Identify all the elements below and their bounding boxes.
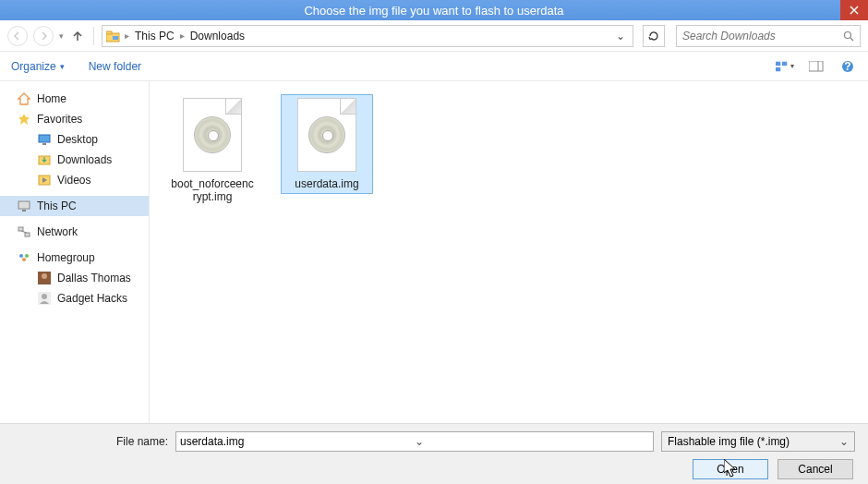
cancel-button[interactable]: Cancel	[778, 459, 853, 479]
svg-rect-24	[18, 227, 23, 231]
sidebar-item-label: Gadget Hacks	[57, 292, 127, 305]
svg-marker-16	[18, 114, 30, 125]
filter-label: Flashable img file (*.img)	[668, 435, 790, 448]
sidebar-item-favorites[interactable]: Favorites	[0, 109, 149, 129]
filename-value: userdata.img	[180, 435, 415, 448]
organize-button[interactable]: Organize ▾	[11, 60, 65, 73]
address-bar[interactable]: ▸ This PC ▸ Downloads ⌄	[102, 25, 633, 47]
home-icon	[17, 91, 31, 106]
main-area: Home Favorites Desktop Downloads Videos	[0, 81, 868, 423]
sidebar-item-label: This PC	[37, 200, 77, 212]
organize-label: Organize	[11, 60, 56, 73]
svg-rect-4	[106, 31, 112, 34]
new-folder-label: New folder	[89, 60, 141, 73]
sidebar-item-user1[interactable]: Dallas Thomas	[0, 268, 149, 288]
cancel-label: Cancel	[798, 463, 832, 476]
avatar-icon	[37, 291, 52, 306]
filetype-filter[interactable]: Flashable img file (*.img) ⌄	[661, 431, 855, 452]
svg-line-26	[21, 231, 27, 233]
breadcrumb-downloads[interactable]: Downloads	[188, 30, 247, 42]
videos-icon	[37, 173, 52, 188]
separator	[93, 27, 94, 45]
close-button[interactable]	[840, 0, 868, 20]
file-list[interactable]: boot_noforceencrypt.img userdata.img	[150, 81, 868, 423]
star-icon	[17, 112, 31, 127]
toolbar: Organize ▾ New folder ▾ ?	[0, 52, 868, 81]
svg-line-7	[850, 38, 853, 41]
sidebar-item-label: Dallas Thomas	[57, 272, 131, 284]
search-icon[interactable]	[843, 30, 854, 42]
sidebar-item-homegroup[interactable]: Homegroup	[0, 248, 149, 268]
homegroup-icon	[17, 250, 31, 265]
new-folder-button[interactable]: New folder	[89, 60, 141, 73]
sidebar-item-desktop[interactable]: Desktop	[0, 129, 149, 150]
svg-rect-5	[113, 36, 118, 40]
view-button[interactable]: ▾	[776, 57, 794, 76]
svg-rect-9	[782, 61, 787, 65]
open-button[interactable]: Open	[693, 459, 768, 479]
svg-rect-25	[25, 233, 30, 236]
up-button[interactable]	[69, 28, 86, 44]
sidebar-item-downloads[interactable]: Downloads	[0, 150, 149, 170]
search-box[interactable]	[676, 25, 861, 47]
forward-button[interactable]	[33, 26, 54, 46]
svg-rect-18	[42, 143, 46, 145]
avatar-icon	[37, 271, 52, 285]
search-input[interactable]	[682, 30, 843, 42]
help-button[interactable]: ?	[838, 57, 857, 76]
filename-label: File name:	[13, 435, 168, 448]
chevron-down-icon[interactable]: ⌄	[415, 435, 649, 448]
file-name: userdata.img	[284, 177, 369, 190]
address-dropdown-icon[interactable]: ⌄	[612, 30, 629, 42]
downloads-icon	[37, 152, 52, 167]
bottom-bar: File name: userdata.img ⌄ Flashable img …	[0, 423, 868, 484]
file-item[interactable]: boot_noforceencrypt.img	[166, 94, 259, 208]
sidebar-item-user2[interactable]: Gadget Hacks	[0, 288, 149, 309]
filename-input[interactable]: userdata.img ⌄	[175, 431, 654, 452]
svg-text:?: ?	[844, 60, 850, 73]
svg-rect-11	[809, 61, 823, 71]
sidebar-item-network[interactable]: Network	[0, 222, 149, 242]
sidebar-item-thispc[interactable]: This PC	[0, 196, 149, 216]
sidebar-item-label: Home	[37, 92, 66, 105]
title-bar: Choose the img file you want to flash to…	[0, 0, 868, 20]
sidebar-item-videos[interactable]: Videos	[0, 170, 149, 190]
disc-file-icon	[183, 98, 242, 172]
file-item-selected[interactable]: userdata.img	[281, 94, 373, 194]
svg-marker-15	[18, 93, 30, 104]
open-label: Open	[717, 463, 743, 476]
sidebar-item-label: Downloads	[57, 153, 112, 166]
sidebar-item-label: Desktop	[57, 133, 98, 146]
disc-file-icon	[297, 98, 356, 172]
svg-point-29	[22, 258, 26, 261]
chevron-icon[interactable]: ▸	[180, 30, 185, 41]
nav-bar: ▾ ▸ This PC ▸ Downloads ⌄	[0, 20, 868, 52]
pc-icon	[17, 199, 31, 213]
svg-point-31	[42, 273, 47, 279]
sidebar-item-label: Homegroup	[37, 251, 95, 264]
desktop-icon	[37, 132, 52, 147]
network-icon	[17, 224, 31, 239]
svg-rect-10	[776, 67, 780, 70]
svg-rect-8	[776, 61, 780, 65]
recent-dropdown-icon[interactable]: ▾	[59, 31, 64, 41]
svg-point-33	[42, 294, 47, 299]
sidebar-item-home[interactable]: Home	[0, 89, 149, 109]
refresh-button[interactable]	[643, 25, 665, 47]
svg-point-27	[19, 254, 23, 258]
svg-point-6	[845, 31, 851, 38]
svg-rect-22	[18, 201, 30, 209]
chevron-icon[interactable]: ▸	[125, 30, 129, 41]
pc-icon	[106, 30, 121, 42]
preview-pane-button[interactable]	[807, 57, 826, 76]
window-title: Choose the img file you want to flash to…	[304, 4, 563, 18]
sidebar: Home Favorites Desktop Downloads Videos	[0, 81, 150, 423]
svg-point-28	[25, 254, 29, 258]
svg-rect-17	[39, 135, 50, 142]
back-button[interactable]	[7, 26, 28, 46]
chevron-down-icon: ⌄	[839, 435, 849, 448]
sidebar-item-label: Favorites	[37, 113, 82, 126]
sidebar-item-label: Network	[37, 225, 78, 238]
chevron-down-icon: ▾	[60, 62, 65, 71]
breadcrumb-thispc[interactable]: This PC	[133, 30, 176, 42]
